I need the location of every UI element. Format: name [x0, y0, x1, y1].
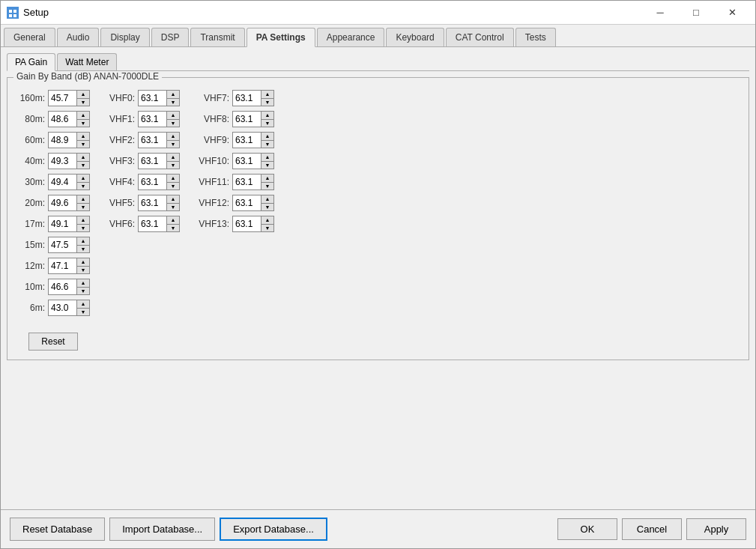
input-10m[interactable]: [49, 279, 77, 294]
spin-down-60m[interactable]: ▼: [77, 141, 89, 148]
spin-down-vhf9[interactable]: ▼: [261, 141, 273, 148]
spin-down-vhf6[interactable]: ▼: [167, 225, 179, 232]
spin-up-vhf11[interactable]: ▲: [261, 175, 273, 183]
spin-up-vhf10[interactable]: ▲: [261, 154, 273, 162]
spin-17m[interactable]: ▲ ▼: [48, 216, 90, 232]
spin-down-vhf13[interactable]: ▼: [261, 225, 273, 232]
spin-down-15m[interactable]: ▼: [77, 246, 89, 253]
input-vhf10[interactable]: [233, 154, 261, 169]
tab-tests[interactable]: Tests: [515, 28, 556, 46]
reset-database-button[interactable]: Reset Database: [10, 518, 105, 541]
input-vhf12[interactable]: [233, 195, 261, 210]
spin-up-10m[interactable]: ▲: [77, 279, 89, 288]
spin-up-80m[interactable]: ▲: [77, 112, 89, 120]
input-20m[interactable]: [49, 195, 77, 210]
spin-160m[interactable]: ▲ ▼: [48, 90, 90, 106]
spin-vhf0[interactable]: ▲ ▼: [138, 90, 180, 106]
input-160m[interactable]: [49, 91, 77, 106]
spin-vhf8[interactable]: ▲ ▼: [232, 111, 274, 127]
minimize-button[interactable]: ─: [643, 4, 677, 22]
spin-up-6m[interactable]: ▲: [77, 300, 89, 309]
spin-down-vhf12[interactable]: ▼: [261, 204, 273, 211]
spin-up-30m[interactable]: ▲: [77, 175, 89, 183]
spin-up-vhf12[interactable]: ▲: [261, 195, 273, 204]
spin-vhf3[interactable]: ▲ ▼: [138, 153, 180, 169]
spin-down-17m[interactable]: ▼: [77, 225, 89, 232]
spin-up-15m[interactable]: ▲: [77, 237, 89, 246]
sub-tab-pa-gain[interactable]: PA Gain: [7, 53, 55, 71]
spin-down-160m[interactable]: ▼: [77, 99, 89, 106]
spin-80m[interactable]: ▲ ▼: [48, 111, 90, 127]
spin-up-160m[interactable]: ▲: [77, 91, 89, 99]
spin-vhf7[interactable]: ▲ ▼: [232, 90, 274, 106]
spin-down-12m[interactable]: ▼: [77, 267, 89, 274]
spin-down-20m[interactable]: ▼: [77, 204, 89, 211]
tab-audio[interactable]: Audio: [57, 28, 100, 46]
input-15m[interactable]: [49, 237, 77, 252]
spin-down-80m[interactable]: ▼: [77, 120, 89, 127]
spin-down-vhf5[interactable]: ▼: [167, 204, 179, 211]
spin-vhf11[interactable]: ▲ ▼: [232, 174, 274, 190]
input-vhf8[interactable]: [233, 112, 261, 127]
close-button[interactable]: ✕: [715, 4, 749, 22]
ok-button[interactable]: OK: [557, 518, 617, 540]
input-17m[interactable]: [49, 216, 77, 231]
apply-button[interactable]: Apply: [686, 518, 746, 540]
spin-vhf4[interactable]: ▲ ▼: [138, 174, 180, 190]
spin-15m[interactable]: ▲ ▼: [48, 237, 90, 253]
spin-60m[interactable]: ▲ ▼: [48, 132, 90, 148]
tab-keyboard[interactable]: Keyboard: [386, 28, 444, 46]
spin-vhf13[interactable]: ▲ ▼: [232, 216, 274, 232]
input-40m[interactable]: [49, 154, 77, 169]
tab-pa-settings[interactable]: PA Settings: [247, 28, 315, 47]
input-vhf0[interactable]: [139, 91, 167, 106]
spin-40m[interactable]: ▲ ▼: [48, 153, 90, 169]
spin-10m[interactable]: ▲ ▼: [48, 279, 90, 295]
tab-cat-control[interactable]: CAT Control: [446, 28, 514, 46]
spin-up-vhf0[interactable]: ▲: [167, 91, 179, 99]
spin-down-vhf11[interactable]: ▼: [261, 183, 273, 190]
spin-up-60m[interactable]: ▲: [77, 133, 89, 141]
spin-up-40m[interactable]: ▲: [77, 154, 89, 162]
spin-vhf9[interactable]: ▲ ▼: [232, 132, 274, 148]
spin-down-10m[interactable]: ▼: [77, 288, 89, 295]
spin-up-vhf3[interactable]: ▲: [167, 154, 179, 162]
spin-up-vhf1[interactable]: ▲: [167, 112, 179, 120]
spin-up-vhf2[interactable]: ▲: [167, 133, 179, 141]
input-60m[interactable]: [49, 133, 77, 148]
spin-vhf10[interactable]: ▲ ▼: [232, 153, 274, 169]
input-vhf13[interactable]: [233, 216, 261, 231]
spin-vhf1[interactable]: ▲ ▼: [138, 111, 180, 127]
spin-down-30m[interactable]: ▼: [77, 183, 89, 190]
input-6m[interactable]: [49, 300, 77, 315]
spin-up-12m[interactable]: ▲: [77, 258, 89, 267]
spin-20m[interactable]: ▲ ▼: [48, 195, 90, 211]
spin-12m[interactable]: ▲ ▼: [48, 258, 90, 274]
input-vhf2[interactable]: [139, 133, 167, 148]
spin-up-vhf9[interactable]: ▲: [261, 133, 273, 141]
spin-down-vhf1[interactable]: ▼: [167, 120, 179, 127]
tab-general[interactable]: General: [4, 28, 55, 46]
input-vhf11[interactable]: [233, 175, 261, 189]
reset-button[interactable]: Reset: [28, 333, 77, 351]
spin-down-vhf4[interactable]: ▼: [167, 183, 179, 190]
spin-up-vhf7[interactable]: ▲: [261, 91, 273, 99]
spin-30m[interactable]: ▲ ▼: [48, 174, 90, 190]
spin-up-vhf8[interactable]: ▲: [261, 112, 273, 120]
spin-up-20m[interactable]: ▲: [77, 195, 89, 204]
spin-down-vhf7[interactable]: ▼: [261, 99, 273, 106]
input-12m[interactable]: [49, 258, 77, 273]
input-30m[interactable]: [49, 175, 77, 189]
spin-up-17m[interactable]: ▲: [77, 216, 89, 225]
spin-vhf6[interactable]: ▲ ▼: [138, 216, 180, 232]
maximize-button[interactable]: □: [679, 4, 713, 22]
input-vhf7[interactable]: [233, 91, 261, 106]
tab-transmit[interactable]: Transmit: [190, 28, 244, 46]
input-vhf5[interactable]: [139, 195, 167, 210]
import-database-button[interactable]: Import Database...: [109, 518, 215, 541]
input-vhf1[interactable]: [139, 112, 167, 127]
input-vhf9[interactable]: [233, 133, 261, 148]
input-80m[interactable]: [49, 112, 77, 127]
input-vhf6[interactable]: [139, 216, 167, 231]
input-vhf3[interactable]: [139, 154, 167, 169]
